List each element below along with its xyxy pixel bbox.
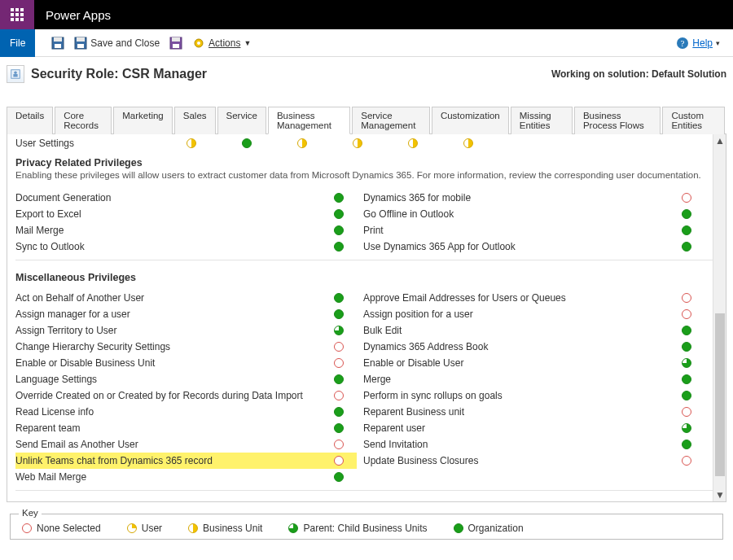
privilege-level-dot[interactable] — [242, 138, 252, 148]
privilege-level-dot[interactable] — [334, 391, 344, 400]
save-close-icon — [74, 37, 87, 50]
privilege-level-dot[interactable] — [682, 242, 691, 252]
privilege-level-dot[interactable] — [682, 342, 691, 352]
privilege-level-dot[interactable] — [334, 309, 344, 319]
privilege-row: Assign Territory to User — [15, 322, 357, 339]
privilege-level-dot[interactable] — [682, 309, 691, 319]
privilege-level-dot[interactable] — [682, 193, 691, 203]
privilege-name: Sync to Outlook — [15, 241, 334, 252]
solution-label: Working on solution: Default Solution — [551, 68, 726, 80]
privilege-row: Send Email as Another User — [15, 436, 357, 453]
privilege-name: Change Hierarchy Security Settings — [15, 341, 334, 352]
svg-rect-3 — [11, 13, 14, 16]
privilege-name: Document Generation — [15, 192, 334, 203]
save-as-icon — [169, 37, 182, 50]
tab-marketing[interactable]: Marketing — [113, 107, 173, 134]
tab-business-management[interactable]: Business Management — [268, 107, 350, 134]
privilege-level-dot[interactable] — [682, 407, 691, 417]
app-launcher-button[interactable] — [0, 0, 34, 29]
privilege-row: Merge — [363, 371, 704, 387]
privilege-row: Perform in sync rollups on goals — [363, 387, 704, 404]
privilege-level-dot[interactable] — [334, 193, 344, 203]
privilege-row: Bulk Edit — [363, 322, 704, 339]
tab-customization[interactable]: Customization — [432, 107, 509, 134]
tab-service[interactable]: Service — [217, 107, 266, 134]
privilege-level-dot[interactable] — [682, 391, 691, 400]
privilege-name: Print — [363, 225, 682, 236]
section-title: Privacy Related Privileges — [15, 157, 718, 168]
privileges-panel: User Settings Privacy Related Privileges… — [7, 134, 726, 502]
privilege-level-dot[interactable] — [334, 407, 344, 417]
privilege-name: Act on Behalf of Another User — [15, 292, 334, 304]
section-description: Enabling these privileges will allow use… — [15, 170, 718, 180]
privilege-level-dot[interactable] — [682, 209, 691, 219]
privilege-row: Approve Email Addresses for Users or Que… — [363, 290, 704, 306]
svg-rect-14 — [77, 44, 84, 48]
page-title: Security Role: CSR Manager — [31, 67, 207, 81]
privilege-level-dot[interactable] — [682, 326, 691, 335]
privilege-level-dot[interactable] — [334, 209, 344, 219]
privilege-level-dot[interactable] — [334, 293, 344, 303]
privilege-level-dot[interactable] — [682, 293, 691, 303]
save-and-close-button[interactable]: Save and Close — [69, 30, 165, 56]
privilege-level-dot[interactable] — [297, 138, 307, 148]
tab-business-process-flows[interactable]: Business Process Flows — [574, 107, 661, 134]
privilege-name: Bulk Edit — [363, 325, 682, 336]
privilege-level-dot — [127, 523, 137, 533]
privilege-level-dot[interactable] — [353, 138, 362, 148]
privilege-level-dot[interactable] — [334, 440, 344, 449]
privilege-name: Enable or Disable User — [363, 357, 682, 369]
legend-item: Organization — [454, 523, 524, 534]
privilege-level-dot[interactable] — [334, 472, 344, 482]
waffle-icon — [11, 8, 24, 21]
privilege-level-dot[interactable] — [334, 358, 344, 368]
tab-core-records[interactable]: Core Records — [55, 107, 112, 134]
save-and-close-label: Save and Close — [90, 37, 160, 49]
legend-item: User — [127, 523, 162, 534]
help-button[interactable]: ? Help ▾ — [671, 30, 725, 56]
tab-sales[interactable]: Sales — [174, 107, 216, 134]
privilege-row: Export to Excel — [15, 206, 357, 222]
svg-rect-5 — [20, 13, 24, 16]
chevron-down-icon: ▼ — [244, 39, 251, 47]
scroll-down-arrow-icon[interactable]: ▼ — [713, 488, 726, 501]
privilege-row: Assign manager for a user — [15, 306, 357, 322]
legend-label: User — [142, 523, 162, 534]
privilege-row: Language Settings — [15, 371, 357, 387]
command-bar: File Save and Close Actions ▼ — [0, 29, 733, 57]
save-as-button[interactable] — [165, 30, 187, 56]
svg-rect-11 — [55, 44, 61, 48]
privilege-level-dot[interactable] — [334, 342, 344, 352]
privilege-level-dot[interactable] — [334, 423, 344, 433]
privilege-level-dot[interactable] — [682, 423, 691, 433]
tab-details[interactable]: Details — [7, 107, 53, 134]
privilege-row: Dynamics 365 for mobile — [363, 190, 704, 206]
privilege-level-dot[interactable] — [408, 138, 418, 148]
privilege-name: Send Email as Another User — [15, 439, 334, 450]
privilege-level-dot[interactable] — [334, 326, 344, 335]
privilege-level-dot[interactable] — [463, 138, 473, 148]
tab-custom-entities[interactable]: Custom Entities — [662, 107, 725, 134]
save-button[interactable] — [46, 30, 69, 56]
privilege-name: Send Invitation — [363, 439, 682, 450]
save-icon — [51, 37, 64, 50]
file-menu-button[interactable]: File — [0, 29, 35, 57]
privilege-level-dot[interactable] — [682, 358, 691, 368]
privilege-level-dot[interactable] — [334, 374, 344, 384]
privilege-level-dot[interactable] — [682, 440, 691, 449]
privilege-level-dot[interactable] — [682, 374, 691, 384]
scrollbar-thumb[interactable] — [715, 313, 725, 476]
privilege-name: Use Dynamics 365 App for Outlook — [363, 241, 682, 252]
privilege-row: Document Generation — [15, 190, 357, 206]
vertical-scrollbar[interactable]: ▲ ▼ — [713, 134, 726, 501]
privilege-level-dot[interactable] — [187, 138, 196, 148]
tab-service-management[interactable]: Service Management — [352, 107, 430, 134]
tab-missing-entities[interactable]: Missing Entities — [511, 107, 573, 134]
privilege-level-dot[interactable] — [682, 456, 691, 466]
privilege-level-dot[interactable] — [334, 456, 344, 466]
privilege-level-dot[interactable] — [334, 242, 344, 252]
scroll-up-arrow-icon[interactable]: ▲ — [713, 134, 726, 147]
privilege-level-dot[interactable] — [334, 225, 344, 235]
actions-menu-button[interactable]: Actions ▼ — [187, 30, 256, 56]
privilege-level-dot[interactable] — [682, 225, 691, 235]
